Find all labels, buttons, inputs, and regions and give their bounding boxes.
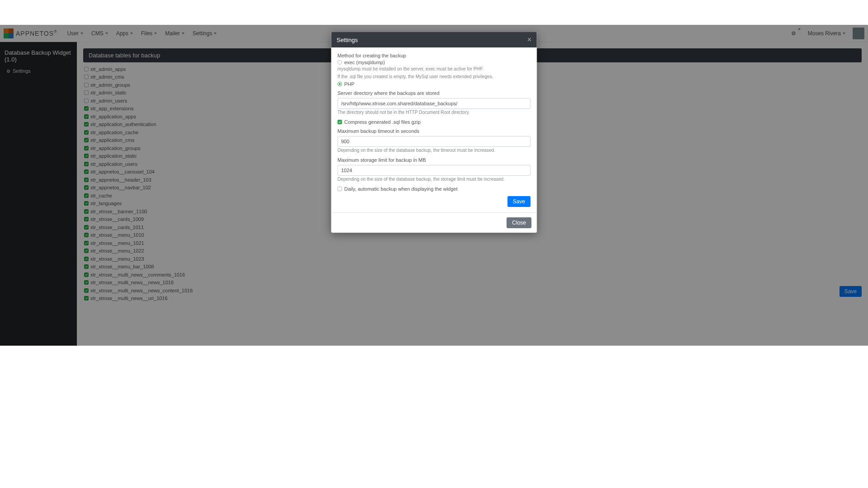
method-exec-hint1: mysqldump must be installed on the serve… xyxy=(338,66,531,72)
close-icon[interactable]: × xyxy=(527,36,531,43)
method-exec-label: exec (mysqldump) xyxy=(344,60,385,65)
settings-modal: Settings × Method for creating the backu… xyxy=(331,32,537,233)
modal-close-button[interactable]: Close xyxy=(507,217,532,228)
storage-input[interactable] xyxy=(338,165,531,176)
modal-header: Settings × xyxy=(331,32,537,47)
dir-label: Server directory where the backups are s… xyxy=(338,90,531,96)
method-php-label: PHP xyxy=(344,81,355,87)
storage-label: Maximum storage limit for backup in MB xyxy=(338,157,531,163)
checkbox-icon xyxy=(338,187,342,191)
daily-checkbox[interactable]: Daily, automatic backup when displaying … xyxy=(338,186,531,192)
radio-icon xyxy=(338,82,342,86)
app-area: APPNETOS® UserCMSAppsFilesMailerSettings… xyxy=(0,25,868,346)
top-margin xyxy=(0,0,868,25)
method-php-radio[interactable]: PHP xyxy=(338,81,531,87)
compress-checkbox[interactable]: Compress generated .sql files gzip xyxy=(338,119,531,125)
radio-icon xyxy=(338,60,342,65)
dir-hint: The directory should not be in the HTTP … xyxy=(338,109,531,116)
daily-label: Daily, automatic backup when displaying … xyxy=(344,186,458,192)
method-exec-radio[interactable]: exec (mysqldump) xyxy=(338,60,531,65)
method-label: Method for creating the backup xyxy=(338,53,531,58)
storage-hint: Depending on the size of the database ba… xyxy=(338,176,531,183)
method-exec-hint2: If the .sql file you created is empty, t… xyxy=(338,74,531,80)
dir-input[interactable] xyxy=(338,98,531,109)
modal-save-button[interactable]: Save xyxy=(507,196,530,207)
timeout-input[interactable] xyxy=(338,136,531,147)
checkbox-icon xyxy=(338,120,342,124)
compress-label: Compress generated .sql files gzip xyxy=(344,119,421,125)
timeout-hint: Depending on the size of the database ba… xyxy=(338,147,531,154)
modal-title: Settings xyxy=(337,37,358,43)
timeout-label: Maximum backup timeout in seconds xyxy=(338,128,531,134)
